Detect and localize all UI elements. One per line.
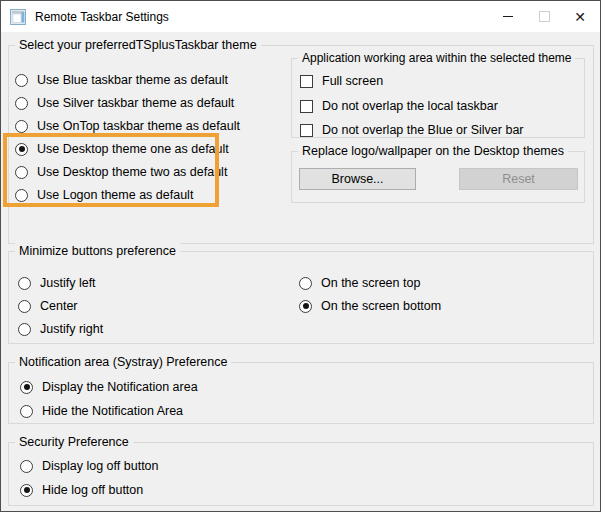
radio-label: On the screen bottom xyxy=(321,299,441,313)
app-window-icon[interactable] xyxy=(10,9,26,25)
reset-button[interactable]: Reset xyxy=(459,168,578,190)
radio-icon xyxy=(15,143,28,156)
radio-label: Justify right xyxy=(40,322,103,336)
group-security-preference: Security Preference Display log off butt… xyxy=(8,442,594,506)
radio-center[interactable]: Center xyxy=(18,296,78,316)
group-replace-logo-label: Replace logo/wallpaper on the Desktop th… xyxy=(298,143,568,159)
radio-label: Hide log off button xyxy=(42,483,143,497)
group-notification-preference-label: Notification area (Systray) Preference xyxy=(15,354,231,370)
radio-use-desktop-theme-two[interactable]: Use Desktop theme two as default xyxy=(15,162,227,182)
checkbox-no-overlap-local-taskbar[interactable]: Do not overlap the local taskbar xyxy=(300,96,498,116)
radio-icon xyxy=(18,277,31,290)
radio-label: Display log off button xyxy=(42,459,159,473)
checkbox-label: Do not overlap the local taskbar xyxy=(322,99,498,113)
radio-display-notification-area[interactable]: Display the Notification area xyxy=(20,377,198,397)
checkbox-no-overlap-blue-silver-bar[interactable]: Do not overlap the Blue or Silver bar xyxy=(300,120,524,140)
browse-button[interactable]: Browse... xyxy=(299,168,416,190)
caption-buttons: ✕ xyxy=(490,1,598,32)
radio-label: Use Desktop theme one as default xyxy=(37,142,229,156)
minimize-button[interactable] xyxy=(490,1,526,32)
radio-label: Use Logon theme as default xyxy=(37,188,193,202)
checkbox-icon xyxy=(300,75,313,88)
radio-use-silver-theme[interactable]: Use Silver taskbar theme as default xyxy=(15,93,234,113)
radio-use-logon-theme[interactable]: Use Logon theme as default xyxy=(15,185,193,205)
checkbox-icon xyxy=(300,124,313,137)
radio-display-logoff-button[interactable]: Display log off button xyxy=(20,456,159,476)
radio-label: Use Silver taskbar theme as default xyxy=(37,96,234,110)
group-theme-selection-label: Select your preferredTSplusTaskbar theme xyxy=(15,37,261,53)
radio-label: Center xyxy=(40,299,78,313)
radio-icon xyxy=(20,381,33,394)
radio-icon xyxy=(18,300,31,313)
radio-screen-top[interactable]: On the screen top xyxy=(299,273,420,293)
maximize-icon xyxy=(539,11,550,22)
checkbox-label: Do not overlap the Blue or Silver bar xyxy=(322,123,524,137)
group-notification-preference: Notification area (Systray) Preference D… xyxy=(8,362,594,424)
radio-icon xyxy=(299,300,312,313)
radio-label: Hide the Notification Area xyxy=(42,404,183,418)
checkbox-icon xyxy=(300,100,313,113)
radio-icon xyxy=(15,166,28,179)
radio-use-ontop-theme[interactable]: Use OnTop taskbar theme as default xyxy=(15,116,240,136)
checkbox-full-screen[interactable]: Full screen xyxy=(300,71,383,91)
radio-icon xyxy=(15,120,28,133)
window-title: Remote Taskbar Settings xyxy=(35,10,169,24)
close-button[interactable]: ✕ xyxy=(562,1,598,32)
group-security-preference-label: Security Preference xyxy=(15,434,133,450)
radio-label: On the screen top xyxy=(321,276,420,290)
radio-label: Use Desktop theme two as default xyxy=(37,165,227,179)
radio-hide-notification-area[interactable]: Hide the Notification Area xyxy=(20,401,183,421)
group-minimize-preference-label: Minimize buttons preference xyxy=(15,243,180,259)
radio-justify-right[interactable]: Justify right xyxy=(18,319,103,339)
radio-icon xyxy=(18,323,31,336)
radio-icon xyxy=(15,97,28,110)
radio-label: Use OnTop taskbar theme as default xyxy=(37,119,240,133)
radio-screen-bottom[interactable]: On the screen bottom xyxy=(299,296,441,316)
titlebar: Remote Taskbar Settings ✕ xyxy=(1,1,600,32)
radio-justify-left[interactable]: Justify left xyxy=(18,273,96,293)
radio-use-blue-theme[interactable]: Use Blue taskbar theme as default xyxy=(15,70,228,90)
radio-label: Use Blue taskbar theme as default xyxy=(37,73,228,87)
group-working-area-label: Application working area within the sele… xyxy=(298,50,575,66)
close-icon: ✕ xyxy=(574,10,586,24)
radio-icon xyxy=(20,460,33,473)
radio-label: Justify left xyxy=(40,276,96,290)
checkbox-label: Full screen xyxy=(322,74,383,88)
maximize-button[interactable] xyxy=(526,1,562,32)
group-working-area: Application working area within the sele… xyxy=(291,58,585,138)
group-replace-logo: Replace logo/wallpaper on the Desktop th… xyxy=(291,151,585,203)
radio-label: Display the Notification area xyxy=(42,380,198,394)
radio-use-desktop-theme-one[interactable]: Use Desktop theme one as default xyxy=(15,139,229,159)
radio-icon xyxy=(20,405,33,418)
remote-taskbar-settings-window: Remote Taskbar Settings ✕ Select your pr… xyxy=(0,0,601,512)
minimize-icon xyxy=(503,16,513,17)
radio-icon xyxy=(15,74,28,87)
radio-icon xyxy=(15,189,28,202)
radio-hide-logoff-button[interactable]: Hide log off button xyxy=(20,480,143,500)
radio-icon xyxy=(299,277,312,290)
group-minimize-preference: Minimize buttons preference Justify left… xyxy=(8,251,594,344)
radio-icon xyxy=(20,484,33,497)
